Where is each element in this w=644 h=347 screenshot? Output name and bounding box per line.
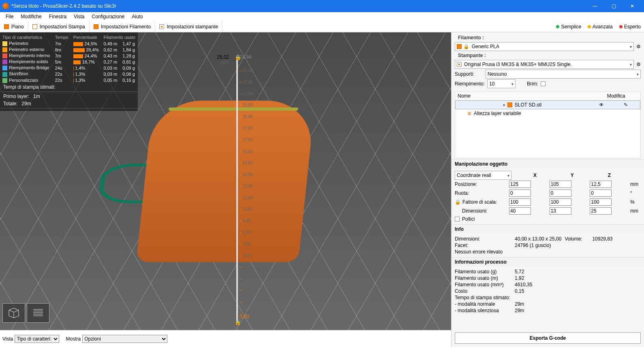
scale-y-input[interactable]	[550, 198, 571, 206]
legend-panel: Tipo di caratteristica Tempo Percentuale…	[0, 32, 138, 111]
app-icon	[2, 3, 9, 9]
brim-label: Brim:	[527, 81, 538, 87]
pos-z-input[interactable]	[590, 181, 612, 188]
visibility-icon[interactable]: 👁	[599, 102, 604, 108]
printer-select[interactable]: Original Prusa i3 MK3S & MK3S+ MMU2S Sin…	[455, 60, 634, 69]
tab-filament-settings[interactable]: Impostazioni Filamento	[90, 21, 155, 32]
maximize-button[interactable]: ▢	[604, 0, 623, 12]
tab-print-settings[interactable]: Impostazioni Stampa	[28, 21, 90, 32]
layers-icon	[32, 24, 37, 29]
vista-select[interactable]: Tipo di caratteri:	[15, 335, 59, 343]
right-panel: Filamento : 🔒 Generic PLA ▾ ⚙ Stampante …	[451, 32, 644, 347]
rot-x-input[interactable]	[509, 189, 531, 197]
dim-y-input[interactable]	[550, 207, 571, 215]
plater-icon	[4, 24, 9, 29]
export-gcode-button[interactable]: Esporta G-code	[455, 332, 641, 344]
object-icon	[507, 102, 512, 107]
legend-est-label: Tempi di stampa stimati:	[0, 83, 138, 91]
filament-label: Filamento :	[455, 34, 641, 41]
minimize-button[interactable]: —	[586, 0, 604, 12]
printer-edit-icon[interactable]: ⚙	[636, 62, 641, 67]
lock-scale-icon[interactable]: 🔒	[455, 199, 461, 205]
rot-y-input[interactable]	[550, 189, 571, 197]
slider-bottom-layer: (1)	[240, 319, 249, 325]
dot-red-icon	[619, 25, 623, 28]
tab-plater[interactable]: Piano	[0, 21, 28, 32]
chevron-down-icon: ▾	[503, 103, 505, 107]
dim-x-input[interactable]	[509, 207, 531, 215]
menu-help[interactable]: Aiuto	[128, 13, 146, 20]
dim-z-input[interactable]	[590, 207, 612, 215]
object-child-row[interactable]: ≣ Altezza layer variabile	[455, 109, 640, 117]
filament-select[interactable]: 🔒 Generic PLA ▾	[455, 42, 634, 51]
view-layers-button[interactable]	[27, 303, 49, 323]
bottom-bar: Vista Tipo di caratteri: Mostra Opzioni	[0, 330, 451, 347]
supports-select[interactable]: Nessuno▾	[486, 70, 641, 79]
scale-x-input[interactable]	[509, 198, 531, 206]
vista-label: Vista	[2, 336, 13, 342]
object-row[interactable]: ▾ SLOT SD.stl 👁 ✎	[455, 100, 640, 109]
menu-window[interactable]: Finestra	[46, 13, 70, 20]
edit-icon[interactable]: ✎	[624, 102, 628, 108]
menu-edit[interactable]: Modifiche	[17, 13, 45, 20]
filament-color-icon	[457, 44, 462, 49]
coordinates-select[interactable]: Coordinate reali▾	[455, 171, 511, 180]
slider-top-value: 25,02	[217, 54, 229, 60]
printer-label: Stampante :	[455, 52, 641, 59]
mode-expert[interactable]: Esperto	[616, 21, 644, 32]
brim-checkbox[interactable]	[541, 81, 546, 86]
mode-simple[interactable]: Semplice	[553, 21, 584, 32]
layers-var-icon: ≣	[467, 111, 471, 116]
close-button[interactable]: ✕	[623, 0, 642, 12]
menu-view[interactable]: Vista	[71, 13, 88, 20]
menu-config[interactable]: Configurazione	[89, 13, 128, 20]
3d-viewport[interactable]: Tipo di caratteristica Tempo Percentuale…	[0, 32, 451, 347]
rot-z-input[interactable]	[590, 189, 612, 197]
model-preview	[145, 96, 307, 266]
pos-y-input[interactable]	[550, 181, 571, 188]
filament-edit-icon[interactable]: ⚙	[636, 44, 641, 49]
scale-z-input[interactable]	[590, 198, 612, 206]
dot-yellow-icon	[588, 25, 591, 28]
layer-slider[interactable]: 25,02 (97) 24,94 🔒 23,9422,8621,9820,901…	[231, 57, 248, 323]
slider-top-layer: (97)	[217, 60, 229, 66]
model-body	[136, 100, 315, 262]
tabbar: Piano Impostazioni Stampa Impostazioni F…	[0, 21, 644, 32]
slider-bottom-value: 0,20	[240, 314, 249, 319]
object-list: NomeModifica ▾ SLOT SD.stl 👁 ✎ ≣ Altezza…	[455, 92, 641, 158]
infill-label: Riempimento:	[455, 81, 485, 87]
printer-icon	[159, 24, 164, 29]
menu-file[interactable]: File	[2, 13, 17, 20]
mode-advanced[interactable]: Avanzata	[584, 21, 616, 32]
supports-label: Supporti:	[455, 71, 483, 77]
pos-x-input[interactable]	[509, 181, 531, 188]
info-heading: Info	[451, 224, 644, 234]
view-3d-button[interactable]	[2, 303, 25, 323]
titlebar: *Senza titolo - PrusaSlicer-2.4.2 basato…	[0, 0, 644, 12]
window-title: *Senza titolo - PrusaSlicer-2.4.2 basato…	[11, 3, 586, 9]
infill-select[interactable]: 10▾	[487, 79, 516, 88]
tab-printer-settings[interactable]: Impostazioni stampante	[155, 21, 223, 32]
mostra-select[interactable]: Opzioni	[82, 335, 167, 343]
view-controls	[2, 303, 49, 323]
printer-select-icon	[457, 62, 462, 67]
inches-checkbox[interactable]	[455, 217, 460, 221]
process-heading: Informazioni processo	[451, 257, 644, 266]
mostra-label: Mostra	[66, 336, 81, 342]
dot-green-icon	[556, 25, 559, 28]
spool-icon	[94, 24, 98, 29]
manipulation-heading: Manipolazione oggetto	[451, 159, 644, 168]
menubar: File Modifiche Finestra Vista Configuraz…	[0, 12, 644, 21]
